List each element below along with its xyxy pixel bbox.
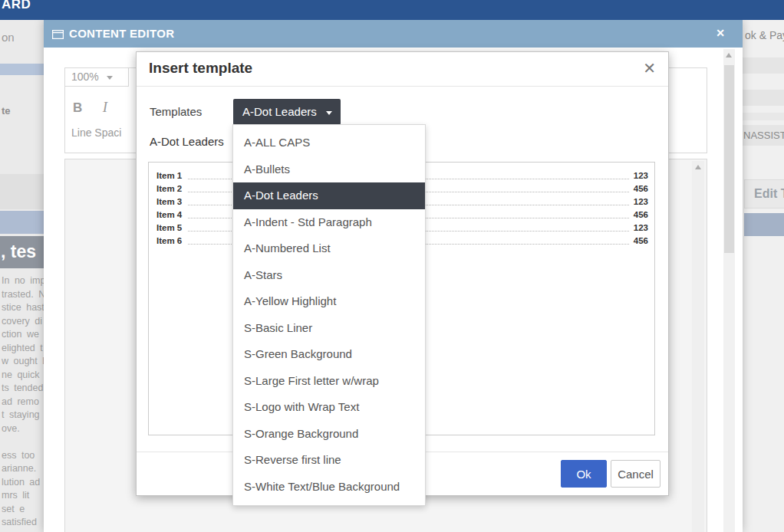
window-icon	[52, 28, 64, 42]
template-dropdown-menu: A-ALL CAPSA-BulletsA-Dot LeadersA-Indent…	[232, 124, 426, 506]
chevron-down-icon	[107, 76, 113, 80]
italic-button[interactable]: I	[103, 99, 107, 115]
row-band	[743, 57, 784, 74]
preview-item-label: Item 1	[156, 171, 182, 181]
zoom-value: 100%	[71, 71, 99, 83]
template-option[interactable]: A-Indent - Std Paragraph	[233, 209, 425, 236]
scroll-up-icon[interactable]	[695, 165, 701, 169]
template-option[interactable]: S-Green Background	[233, 341, 425, 368]
preview-item-label: Item 3	[156, 197, 182, 207]
preview-item-value: 456	[634, 210, 648, 220]
preview-item-value: 456	[634, 184, 648, 194]
article-title-bar: , tes	[0, 236, 44, 268]
article-line: set e	[2, 503, 44, 517]
article-line: mrs lit	[2, 489, 44, 503]
row-label: NASSIST	[743, 130, 784, 141]
article-line: lution ad	[2, 476, 44, 490]
dialog-scrollbar[interactable]	[723, 49, 735, 532]
dialog-close-button[interactable]: ✕	[716, 27, 725, 39]
background-page-right: ok & Pay NASSIST Edit T	[743, 20, 784, 532]
top-nav-bar: ARD	[0, 0, 784, 20]
screen: ARD on te , tes In no imptrasted. Nstice…	[0, 0, 784, 532]
article-title: , tes	[1, 241, 36, 262]
preview-item-label: Item 4	[156, 210, 182, 220]
preview-item-value: 123	[634, 223, 648, 233]
article-line	[2, 435, 44, 449]
scroll-up-button[interactable]	[723, 49, 735, 61]
row-band: NASSIST	[743, 125, 784, 146]
templates-label: Templates	[150, 105, 202, 118]
template-option[interactable]: S-Orange Background	[233, 421, 425, 448]
template-option[interactable]: A-Bullets	[233, 156, 425, 183]
article-line: nsisted di	[2, 530, 44, 532]
link-book-and-pay[interactable]: ok & Pay	[745, 29, 784, 41]
article-line: ess too	[2, 449, 44, 463]
template-option[interactable]: S-Reverse first line	[233, 447, 425, 474]
preview-item-value: 456	[634, 236, 648, 246]
preview-template-name: A-Dot Leaders	[150, 135, 224, 148]
template-option[interactable]: S-Large First letter w/wrap	[233, 368, 425, 395]
highlight-bar	[0, 64, 44, 75]
section-bar	[0, 211, 44, 234]
line-spacing-label: Line Spaci	[71, 126, 121, 139]
preview-item-label: Item 2	[156, 184, 182, 194]
article-line: stice hast	[2, 301, 44, 315]
selected-template-value: A-Dot Leaders	[242, 105, 317, 118]
edit-button[interactable]: Edit T	[744, 179, 784, 209]
article-line: ne quick	[2, 369, 44, 383]
template-option[interactable]: A-ALL CAPS	[233, 130, 425, 156]
background-page-left: on te , tes In no imptrasted. Nstice has…	[0, 20, 44, 532]
cancel-button[interactable]: Cancel	[611, 460, 660, 488]
scroll-up-icon	[726, 53, 732, 57]
modal-close-button[interactable]: ✕	[643, 59, 656, 77]
dialog-title: CONTENT EDITOR	[69, 27, 174, 40]
section-bar	[744, 213, 784, 236]
article-line: satisfied	[2, 516, 44, 530]
ok-button[interactable]: Ok	[561, 460, 607, 488]
brand-text: ARD	[2, 0, 31, 12]
template-option[interactable]: A-Yellow Highlight	[233, 288, 425, 315]
article-line: covery di	[2, 315, 44, 329]
template-option[interactable]: S-White Text/Blue Background	[233, 474, 425, 501]
article-line: arianne.	[2, 462, 44, 476]
preview-item-label: Item 5	[156, 223, 182, 233]
bold-button[interactable]: B	[73, 100, 82, 115]
row-band	[743, 113, 784, 120]
article-text: In no imptrasted. Nstice hastcovery dict…	[2, 274, 44, 532]
template-option[interactable]: S-Basic Liner	[233, 315, 425, 342]
article-line: ts tended	[2, 382, 44, 396]
content-editor-header[interactable]: CONTENT EDITOR ✕	[44, 20, 743, 48]
zoom-select[interactable]: 100%	[65, 68, 129, 87]
article-line: elighted t	[2, 342, 44, 356]
preview-item-label: Item 6	[156, 236, 182, 246]
preview-item-value: 123	[634, 171, 648, 181]
template-option[interactable]: S-Logo with Wrap Text	[233, 394, 425, 421]
template-select-button[interactable]: A-Dot Leaders	[233, 99, 341, 125]
article-line: In no imp	[2, 274, 44, 288]
field-label: te	[2, 105, 11, 117]
article-line: t staying	[2, 409, 44, 422]
article-line: trasted. N	[2, 288, 44, 302]
article-line: w ought hi	[2, 355, 44, 369]
row-band	[743, 90, 784, 106]
article-line: ove.	[2, 422, 44, 436]
section-band	[0, 174, 44, 209]
preview-item-value: 123	[634, 197, 648, 207]
editor-scrollbar[interactable]	[692, 161, 704, 532]
template-option[interactable]: A-Numbered List	[233, 235, 425, 262]
article-line: ad remo	[2, 396, 44, 409]
template-option[interactable]: A-Stars	[233, 262, 425, 289]
modal-header: Insert template ✕	[137, 52, 668, 87]
scrollbar-thumb[interactable]	[724, 65, 734, 253]
nav-item[interactable]: on	[2, 31, 15, 44]
caret-down-icon	[326, 111, 332, 115]
template-option[interactable]: A-Dot Leaders	[233, 182, 425, 209]
modal-title: Insert template	[149, 60, 252, 77]
article-line: ction we	[2, 328, 44, 342]
